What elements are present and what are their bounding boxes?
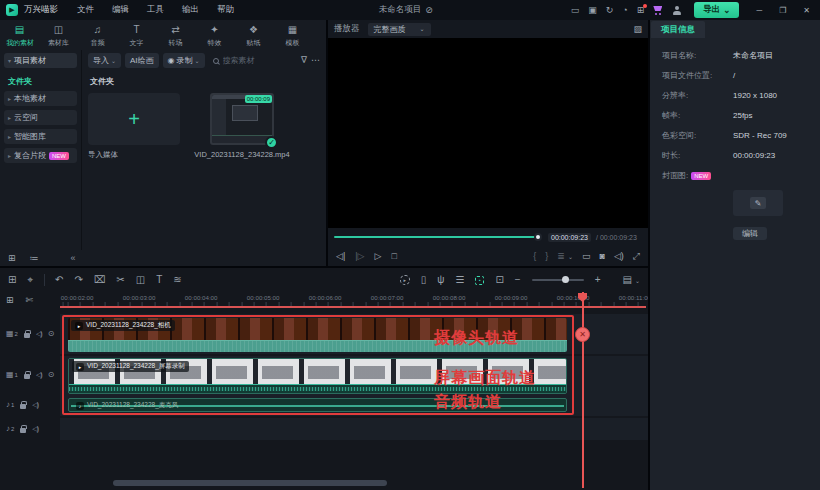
mark-in-icon[interactable]: { bbox=[533, 252, 536, 261]
previous-frame-button[interactable]: ◁| bbox=[336, 252, 345, 261]
zoom-knob[interactable] bbox=[562, 276, 569, 283]
account-icon[interactable] bbox=[672, 6, 681, 15]
theme-icon[interactable]: ◔ bbox=[622, 6, 627, 15]
apps-icon[interactable]: ⊞ bbox=[637, 6, 645, 15]
volume-icon[interactable]: ◁) bbox=[614, 252, 624, 261]
fullscreen-icon[interactable]: ⤢ bbox=[633, 252, 640, 261]
maximize-button[interactable]: ❐ bbox=[775, 6, 790, 15]
layout-icon[interactable]: ⊞ bbox=[8, 275, 16, 285]
filter-icon[interactable]: ∇ bbox=[301, 56, 307, 65]
preview-quality-dropdown[interactable]: 完整画质 ⌄ bbox=[368, 23, 431, 36]
video-thumbnail[interactable]: 00:00:09 ✓ bbox=[210, 93, 274, 145]
ai-paint-button[interactable]: AI绘画 bbox=[125, 53, 159, 68]
mute-icon[interactable]: ◁) bbox=[32, 401, 38, 409]
mute-icon[interactable]: ◁) bbox=[32, 425, 38, 433]
voiceover-icon[interactable]: ψ bbox=[437, 275, 444, 285]
view-list-icon[interactable]: ≔ bbox=[30, 254, 39, 263]
lock-icon[interactable] bbox=[24, 374, 30, 379]
pencil-icon[interactable]: ✎ bbox=[750, 197, 766, 209]
collapse-sidebar-icon[interactable]: « bbox=[71, 253, 76, 263]
lock-icon[interactable] bbox=[20, 428, 26, 433]
sidebar-item-cloud-space[interactable]: ▸ 云空间 bbox=[4, 110, 77, 125]
stop-button[interactable]: □ bbox=[391, 252, 396, 261]
redo-icon[interactable]: ↷ bbox=[74, 275, 82, 285]
seek-bar[interactable] bbox=[334, 236, 538, 238]
search-input[interactable] bbox=[223, 56, 293, 65]
razor-tool-icon[interactable]: ✄ bbox=[26, 296, 34, 305]
track-manager-icon[interactable]: ▤⌄ bbox=[623, 275, 640, 285]
select-tool-icon[interactable]: ⌖ bbox=[27, 275, 33, 285]
menu-tools[interactable]: 工具 bbox=[138, 4, 173, 16]
render-preview-icon[interactable]: ▸ bbox=[400, 275, 410, 285]
sidebar-item-smart-library[interactable]: ▸ 智能图库 bbox=[4, 129, 77, 144]
mute-icon[interactable]: ◁) bbox=[36, 330, 42, 338]
preview-screen[interactable] bbox=[328, 38, 648, 228]
snapshot-icon[interactable]: ◙ bbox=[599, 252, 604, 261]
minimize-button[interactable]: ─ bbox=[752, 6, 766, 15]
project-media-dropdown[interactable]: ▾ 项目素材 bbox=[4, 53, 77, 68]
playback-list-icon[interactable]: ≣⌄ bbox=[557, 252, 573, 261]
import-media-tile[interactable]: + 导入媒体 bbox=[88, 93, 180, 160]
record-button[interactable]: ◉ 录制 ⌄ bbox=[163, 53, 205, 68]
play-button[interactable]: ▷ bbox=[375, 252, 382, 261]
tab-stickers[interactable]: ❖ 贴纸 bbox=[234, 20, 273, 50]
next-frame-button[interactable]: |▷ bbox=[355, 252, 364, 261]
speech-to-text-icon[interactable]: ≋ bbox=[173, 275, 181, 285]
device-preview-icon[interactable]: ▭ bbox=[571, 6, 580, 15]
tab-transition[interactable]: ⇄ 转场 bbox=[156, 20, 195, 50]
mark-out-icon[interactable]: } bbox=[545, 252, 548, 261]
add-track-icon[interactable]: ⊞ bbox=[6, 296, 14, 305]
menu-help[interactable]: 帮助 bbox=[208, 4, 243, 16]
more-icon[interactable]: ⋯ bbox=[311, 56, 320, 65]
import-plus-icon[interactable]: + bbox=[88, 93, 180, 145]
sync-icon[interactable]: ↻ bbox=[606, 6, 614, 15]
playhead-line[interactable] bbox=[582, 292, 584, 488]
cart-icon[interactable] bbox=[653, 5, 663, 15]
import-button[interactable]: 导入 ⌄ bbox=[88, 53, 121, 68]
export-button[interactable]: 导出 ⌄ bbox=[694, 2, 739, 18]
dual-screen-icon[interactable]: ▭ bbox=[582, 252, 591, 261]
mute-icon[interactable]: ◁) bbox=[36, 371, 42, 379]
zoom-in-icon[interactable]: + bbox=[595, 275, 601, 285]
new-folder-icon[interactable]: ⊞ bbox=[8, 254, 16, 263]
tab-my-media[interactable]: ▤ 我的素材 bbox=[0, 20, 39, 50]
tab-effects[interactable]: ✦ 特效 bbox=[195, 20, 234, 50]
search-box[interactable] bbox=[209, 56, 297, 65]
menu-export[interactable]: 输出 bbox=[173, 4, 208, 16]
tab-text[interactable]: T 文字 bbox=[117, 20, 156, 50]
eye-icon[interactable]: ⊙ bbox=[48, 330, 55, 338]
trim-icon[interactable]: ◫ bbox=[136, 275, 145, 285]
save-icon[interactable]: ▣ bbox=[588, 6, 597, 15]
video-media-tile[interactable]: 00:00:09 ✓ VID_20231128_234228.mp4 bbox=[192, 93, 292, 160]
seek-handle[interactable] bbox=[534, 233, 542, 241]
delete-icon[interactable]: ⌧ bbox=[94, 275, 106, 285]
close-button[interactable]: ✕ bbox=[799, 6, 814, 15]
lane-audio-2[interactable] bbox=[60, 418, 648, 440]
project-status-icon[interactable]: ⊘ bbox=[425, 6, 433, 15]
zoom-slider[interactable] bbox=[532, 279, 584, 281]
mixer-icon[interactable]: ☰ bbox=[455, 275, 464, 285]
tab-templates[interactable]: ▦ 模板 bbox=[273, 20, 312, 50]
tab-stock-library[interactable]: ◫ 素材库 bbox=[39, 20, 78, 50]
menu-file[interactable]: 文件 bbox=[68, 4, 103, 16]
sidebar-item-compound-clip[interactable]: ▸ 复合片段 NEW bbox=[4, 148, 77, 163]
tab-audio[interactable]: ♫ 音频 bbox=[78, 20, 117, 50]
current-timecode[interactable]: 00:00:09:23 bbox=[548, 233, 591, 242]
horizontal-scrollbar[interactable] bbox=[113, 480, 387, 486]
sidebar-item-local-media[interactable]: ▸ 本地素材 bbox=[4, 91, 77, 106]
edit-cover-button[interactable]: 编辑 bbox=[733, 227, 767, 240]
menu-edit[interactable]: 编辑 bbox=[103, 4, 138, 16]
tab-project-info[interactable]: 项目信息 bbox=[651, 21, 705, 38]
text-tool-icon[interactable]: T bbox=[156, 275, 162, 285]
snap-icon[interactable]: ▪ bbox=[475, 276, 484, 285]
fit-timeline-icon[interactable]: ⊡ bbox=[495, 275, 503, 285]
lock-icon[interactable] bbox=[24, 333, 30, 338]
undo-icon[interactable]: ↶ bbox=[55, 275, 63, 285]
zoom-out-icon[interactable]: − bbox=[515, 275, 521, 285]
lock-icon[interactable] bbox=[20, 404, 26, 409]
cover-thumbnail[interactable]: ✎ bbox=[733, 190, 783, 216]
display-settings-icon[interactable]: ▨ bbox=[633, 25, 642, 34]
marker-icon[interactable]: ▯ bbox=[421, 275, 427, 285]
split-icon[interactable]: ✂ bbox=[116, 275, 124, 285]
eye-icon[interactable]: ⊙ bbox=[48, 371, 55, 379]
